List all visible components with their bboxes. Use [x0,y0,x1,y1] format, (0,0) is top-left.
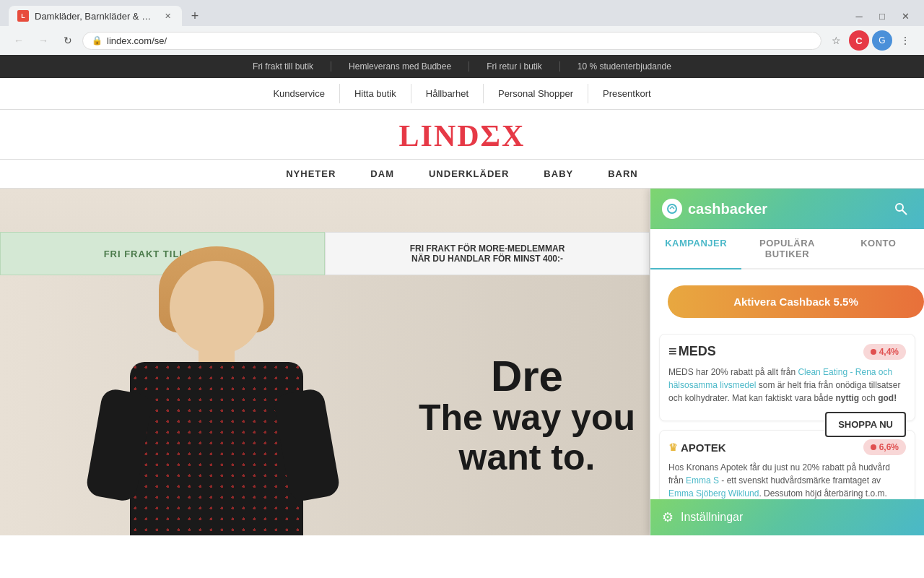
meds-cashback-value: 4,4% [879,347,899,357]
hero-image-area: FRI FRAKT TILL BUTIK FRI FRAKT FÖR MORE-… [0,232,650,535]
profile-avatar[interactable]: G [872,30,892,51]
menu-button[interactable]: ⋮ [895,30,915,51]
svg-point-1 [896,204,903,211]
back-button[interactable]: ← [9,30,29,51]
toolbar-icons: ☆ C G ⋮ [826,30,915,51]
nav-presentkort[interactable]: Presentkort [588,84,665,103]
cashbacker-logo-icon [662,199,682,219]
maximize-button[interactable]: □ [872,6,892,26]
cashbacker-logo: cashbacker [662,199,767,219]
settings-gear-icon: ⚙ [662,509,674,525]
info-item-shipping: Fri frakt till butik [235,61,331,72]
nav-underklaeder[interactable]: UNDERKLÄDER [411,168,526,179]
hero-woman-figure [58,246,390,535]
hero-section: FRI FRAKT TILL BUTIK FRI FRAKT FÖR MORE-… [0,189,924,535]
cashbacker-header: cashbacker [650,189,924,229]
nav-personal-shopper[interactable]: Personal Shopper [484,84,588,103]
main-nav: NYHETER DAM UNDERKLÄDER BABY BARN [0,159,924,189]
nav-hallbarhet[interactable]: Hållbarhet [411,84,484,103]
tab-favicon: L [17,10,29,22]
crown-icon: ♛ [668,441,678,453]
member-offer-line1: FRI FRAKT FÖR MORE-MEDLEMMAR [410,243,565,254]
settings-label: Inställningar [681,511,743,524]
browser-toolbar: ← → ↻ 🔒 lindex.com/se/ ☆ C G ⋮ [0,26,924,55]
shop-card-apotek: ♛ APOTEK 6,6% Hos Kronans Apotek får du … [659,430,915,499]
apotek-cashback-badge: 6,6% [863,439,906,455]
nav-dam[interactable]: DAM [353,168,411,179]
svg-line-2 [902,210,907,215]
nav-kundservice[interactable]: Kundservice [258,84,340,103]
forward-button[interactable]: → [33,30,53,51]
cashbacker-search-button[interactable] [889,197,912,220]
close-button[interactable]: ✕ [895,6,915,26]
lindex-logo[interactable]: LINDΣX [0,110,924,159]
hero-title-3: want to. [419,438,635,478]
tab-close-button[interactable]: ✕ [162,10,173,22]
title-bar: L Damkläder, Barnkläder & Under... ✕ + ─… [0,0,924,26]
hero-text: Dre The way you want to. [419,355,635,478]
address-bar[interactable]: 🔒 lindex.com/se/ [82,32,821,50]
bookmark-star-icon[interactable]: ☆ [826,30,846,51]
site-content: Fri frakt till butik Hemleverans med Bud… [0,55,924,578]
cashbacker-panel: cashbacker KAMPANJER POPULÄRA BUTIKER KO… [650,189,924,535]
cashback-dot [871,444,876,450]
meds-card-header: ≡MEDS 4,4% [668,343,906,360]
cashbacker-settings-bar[interactable]: ⚙ Inställningar [650,499,924,535]
lock-icon: 🔒 [92,35,103,46]
address-text: lindex.com/se/ [107,35,812,46]
shop-card-meds: ≡MEDS 4,4% MEDS har 20% rabatt på allt f… [659,334,915,421]
activate-cashback-button[interactable]: Aktivera Cashback 5.5% [668,285,924,318]
logo-text: LINDΣX [399,119,526,152]
apotek-card-header: ♛ APOTEK 6,6% [668,439,906,455]
secondary-nav: Kundservice Hitta butik Hållbarhet Perso… [0,78,924,110]
tab-kampanjer[interactable]: KAMPANJER [650,229,741,269]
apotek-logo: ♛ APOTEK [668,441,726,454]
svg-point-0 [668,204,676,213]
browser-chrome: L Damkläder, Barnkläder & Under... ✕ + ─… [0,0,924,55]
tab-title: Damkläder, Barnkläder & Under... [35,11,156,22]
new-tab-button[interactable]: + [185,6,205,26]
member-offer-line2: NÄR DU HANDLAR FÖR MINST 400:- [410,254,565,264]
cashbacker-extension-icon[interactable]: C [849,30,869,51]
meds-description: MEDS har 20% rabatt på allt från Clean E… [668,366,906,405]
hero-title-1: Dre [419,355,635,398]
meds-cashback-badge: 4,4% [863,344,906,360]
refresh-button[interactable]: ↻ [58,30,78,51]
cashbacker-tabs: KAMPANJER POPULÄRA BUTIKER KONTO [650,229,924,269]
info-item-budbee: Hemleverans med Budbee [331,61,469,72]
meds-shop-button[interactable]: SHOPPA NU [825,412,906,437]
info-bar: Fri frakt till butik Hemleverans med Bud… [0,55,924,78]
cashbacker-content: ≡MEDS 4,4% MEDS har 20% rabatt på allt f… [650,334,924,499]
info-item-return: Fri retur i butik [469,61,560,72]
nav-nyheter[interactable]: NYHETER [269,168,353,179]
apotek-cashback-value: 6,6% [879,442,899,452]
hero-title-2: The way you [419,398,635,438]
nav-baby[interactable]: BABY [526,168,590,179]
nav-hitta-butik[interactable]: Hitta butik [340,84,411,103]
nav-barn[interactable]: BARN [590,168,655,179]
window-controls: ─ □ ✕ [849,6,915,26]
meds-logo: ≡MEDS [668,343,716,360]
browser-tab[interactable]: L Damkläder, Barnkläder & Under... ✕ [9,6,182,26]
tab-konto[interactable]: KONTO [833,229,924,268]
cashback-dot [871,349,876,355]
apotek-logo-text: APOTEK [681,441,726,454]
tab-populara-butiker[interactable]: POPULÄRA BUTIKER [741,229,832,268]
apotek-description: Hos Kronans Apotek får du just nu 20% ra… [668,461,906,499]
minimize-button[interactable]: ─ [849,6,869,26]
cashbacker-logo-text: cashbacker [688,201,767,217]
info-item-student: 10 % studenterbjudande [560,61,689,72]
